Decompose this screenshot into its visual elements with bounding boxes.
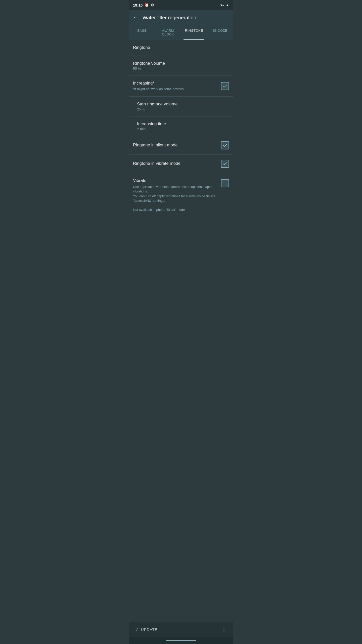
- tab-alarm-clock[interactable]: ALARM CLOCK: [155, 25, 181, 40]
- nav-bar: [129, 637, 233, 644]
- ringtone-silent-mode-checkbox[interactable]: [221, 141, 229, 149]
- bottom-bar: ✓ UPDATE ⋮: [129, 622, 233, 637]
- ringtone-silent-mode-title: Ringtone in silent mode: [133, 143, 221, 148]
- vibrate-title: Vibrate: [133, 178, 221, 183]
- increasing-note: *It might not work on some devices: [133, 87, 221, 91]
- more-options-button[interactable]: ⋮: [221, 626, 227, 633]
- increasing-title: Increasing*: [133, 81, 221, 86]
- vibrate-note: Use application vibration pattern beside…: [133, 185, 221, 212]
- increasing-checkbox[interactable]: [221, 82, 229, 90]
- increasing-time-title: Increasing time: [137, 122, 229, 127]
- signal-icon: ▲: [225, 3, 229, 7]
- ringtone-vibrate-mode-title: Ringtone in vibrate mode: [133, 161, 221, 166]
- update-check-icon: ✓: [135, 627, 139, 632]
- start-ringtone-volume-title: Start ringtone volume: [137, 102, 229, 107]
- tab-snooze[interactable]: SNOOZE: [207, 25, 233, 40]
- ringtone-title: Ringtone: [133, 45, 229, 50]
- wifi-icon: ▾▴: [220, 3, 224, 7]
- list-item-ringtone-vibrate-mode[interactable]: Ringtone in vibrate mode: [129, 155, 233, 173]
- back-icon: ←: [133, 14, 139, 21]
- list-item-ringtone[interactable]: Ringtone: [129, 40, 233, 56]
- update-button[interactable]: ✓ UPDATE: [135, 627, 158, 632]
- start-ringtone-volume-value: 25 %: [137, 107, 229, 111]
- list-item-increasing-time[interactable]: Increasing time 2 min: [129, 116, 233, 136]
- status-time: 19:10: [133, 3, 143, 7]
- content: Ringtone Ringtone volume 90 % Increasing…: [129, 40, 233, 622]
- back-button[interactable]: ←: [133, 14, 139, 21]
- list-item-ringtone-volume[interactable]: Ringtone volume 90 %: [129, 56, 233, 76]
- list-item-start-ringtone-volume[interactable]: Start ringtone volume 25 %: [129, 97, 233, 116]
- update-label: UPDATE: [141, 627, 158, 632]
- list-item-ringtone-silent-mode[interactable]: Ringtone in silent mode: [129, 136, 233, 155]
- list-item-vibrate[interactable]: Vibrate Use application vibration patter…: [129, 173, 233, 217]
- settings-status-icon: ⚙: [151, 3, 154, 7]
- home-indicator: [166, 640, 196, 641]
- ringtone-vibrate-mode-checkbox[interactable]: [221, 160, 229, 168]
- vibrate-checkbox[interactable]: [221, 179, 229, 187]
- tabs-bar: BASE ALARM CLOCK RINGTONE SNOOZE: [129, 25, 233, 40]
- tab-base[interactable]: BASE: [129, 25, 155, 40]
- ringtone-volume-title: Ringtone volume: [133, 61, 229, 66]
- status-bar: 19:10 ⏰ ⚙ ▾▴ ▲: [129, 0, 233, 10]
- page-title: Water filter regeneration: [143, 15, 196, 21]
- toolbar: ← Water filter regeneration: [129, 10, 233, 25]
- increasing-time-value: 2 min: [137, 127, 229, 131]
- list-item-increasing[interactable]: Increasing* *It might not work on some d…: [129, 76, 233, 97]
- alarm-status-icon: ⏰: [145, 3, 149, 7]
- ringtone-volume-value: 90 %: [133, 66, 229, 70]
- tab-ringtone[interactable]: RINGTONE: [181, 25, 207, 40]
- more-options-icon: ⋮: [221, 626, 227, 633]
